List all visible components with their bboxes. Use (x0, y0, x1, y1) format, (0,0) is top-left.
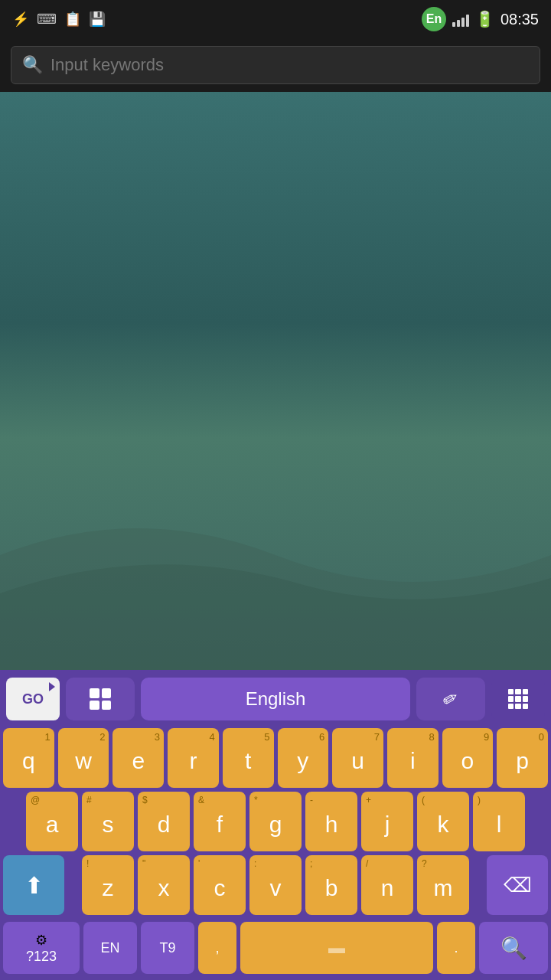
delete-key[interactable]: ⌫ (487, 855, 548, 915)
key-s[interactable]: #s (82, 792, 134, 851)
space-key[interactable]: ▬ (240, 922, 433, 974)
key-c[interactable]: 'c (194, 855, 246, 915)
key-w[interactable]: 2w (58, 728, 109, 788)
main-content (0, 92, 551, 670)
key-row-3-letters: !z"x'c:v;b/n?m (68, 855, 483, 915)
key-p[interactable]: 0p (497, 728, 548, 788)
clock: 08:35 (500, 11, 539, 28)
clipboard-icon: 📋 (64, 11, 81, 28)
grid-icon (508, 689, 528, 709)
shift-icon: ⬆ (24, 872, 44, 899)
key-v[interactable]: :v (249, 855, 302, 915)
go-button[interactable]: GO (6, 678, 60, 720)
keyboard-bottom-row: ⚙ ?123 EN T9 , ▬ . 🔍 (0, 922, 551, 980)
key-j[interactable]: +j (361, 792, 413, 851)
en-label: En (426, 12, 442, 26)
pen-icon: ✏ (439, 686, 462, 712)
english-label: English (246, 688, 306, 710)
signal-bar-3 (461, 18, 465, 27)
wave-decoration (0, 440, 551, 670)
gear-icon: ⚙ (35, 932, 47, 949)
key-i[interactable]: 8i (387, 728, 439, 788)
en-badge: En (422, 7, 446, 31)
signal-bar-4 (466, 15, 469, 27)
battery-icon: 🔋 (475, 10, 494, 28)
shift-key[interactable]: ⬆ (3, 855, 64, 915)
key-g[interactable]: *g (249, 792, 302, 851)
key-o[interactable]: 9o (442, 728, 494, 788)
comma-key[interactable]: , (198, 922, 236, 974)
123-label: ?123 (26, 949, 57, 965)
grid-button[interactable] (491, 678, 545, 720)
keyboard-toolbar: GO English ✏ (0, 670, 551, 728)
key-row-3: ⬆ !z"x'c:v;b/n?m ⌫ (3, 855, 548, 915)
go-label: GO (22, 691, 44, 707)
key-x[interactable]: "x (138, 855, 190, 915)
dot-key[interactable]: . (437, 922, 475, 974)
layout-icon (90, 688, 111, 710)
go-arrow-icon (49, 682, 55, 691)
status-bar: ⚡ ⌨ 📋 💾 En 🔋 08:35 (0, 0, 551, 38)
key-row-1: 1q2w3e4r5t6y7u8i9o0p (3, 728, 548, 788)
t9-label: T9 (159, 940, 175, 956)
key-h[interactable]: -h (305, 792, 357, 851)
search-input[interactable] (51, 55, 529, 75)
search-icon: 🔍 (22, 55, 43, 75)
pen-button[interactable]: ✏ (416, 678, 485, 720)
status-right-icons: En 🔋 08:35 (422, 7, 539, 31)
special-123-key[interactable]: ⚙ ?123 (3, 922, 80, 974)
key-b[interactable]: ;b (305, 855, 357, 915)
key-t[interactable]: 5t (223, 728, 274, 788)
signal-bars (452, 11, 469, 27)
keyboard-icon: ⌨ (37, 11, 57, 28)
key-f[interactable]: &f (194, 792, 246, 851)
delete-icon: ⌫ (504, 874, 532, 897)
key-k[interactable]: (k (417, 792, 469, 851)
space-icon: ▬ (328, 938, 345, 958)
key-r[interactable]: 4r (168, 728, 219, 788)
key-l[interactable]: )l (473, 792, 525, 851)
search-key[interactable]: 🔍 (479, 922, 548, 974)
search-box[interactable]: 🔍 (11, 46, 540, 84)
layout-button[interactable] (66, 678, 135, 720)
search-bar: 🔍 (0, 38, 551, 92)
key-a[interactable]: @a (26, 792, 78, 851)
status-left-icons: ⚡ ⌨ 📋 💾 (12, 11, 106, 28)
signal-bar-1 (452, 22, 455, 27)
key-n[interactable]: /n (361, 855, 413, 915)
usb-icon: ⚡ (12, 11, 29, 28)
key-y[interactable]: 6y (278, 728, 329, 788)
lang-key[interactable]: EN (83, 922, 137, 974)
key-q[interactable]: 1q (3, 728, 54, 788)
lang-label: EN (100, 940, 119, 956)
key-e[interactable]: 3e (112, 728, 164, 788)
keyboard-area: GO English ✏ (0, 670, 551, 980)
key-z[interactable]: !z (82, 855, 134, 915)
english-button[interactable]: English (141, 678, 410, 720)
keyboard-keys: 1q2w3e4r5t6y7u8i9o0p @a#s$d&f*g-h+j(k)l … (0, 728, 551, 922)
comma-label: , (215, 940, 219, 956)
dot-label: . (454, 940, 458, 956)
signal-bar-2 (457, 20, 460, 27)
storage-icon: 💾 (89, 11, 106, 28)
key-m[interactable]: ?m (417, 855, 469, 915)
key-u[interactable]: 7u (332, 728, 383, 788)
t9-key[interactable]: T9 (141, 922, 194, 974)
key-d[interactable]: $d (138, 792, 190, 851)
search-keyboard-icon: 🔍 (500, 936, 527, 961)
key-row-2: @a#s$d&f*g-h+j(k)l (3, 792, 548, 851)
